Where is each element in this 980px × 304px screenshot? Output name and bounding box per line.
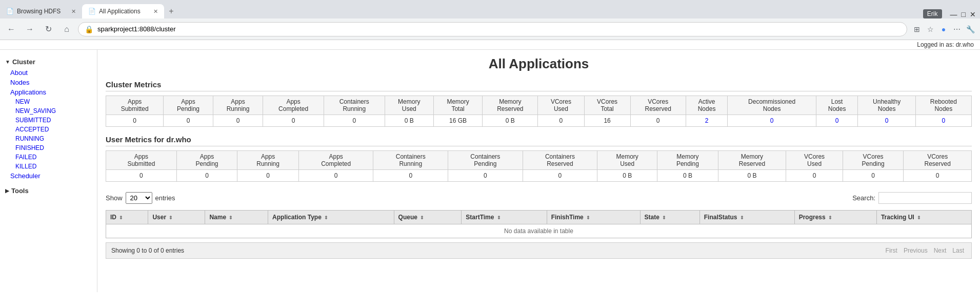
- user-metric-header: ContainersReserved: [523, 151, 597, 170]
- cluster-metric-header: AppsCompleted: [263, 96, 324, 115]
- close-button[interactable]: ✕: [970, 10, 976, 18]
- sidebar-running-link[interactable]: RUNNING: [0, 134, 97, 143]
- previous-button[interactable]: Previous: [902, 246, 930, 255]
- app-table-header[interactable]: Progress ⇕: [794, 211, 876, 224]
- metric-link[interactable]: 0: [770, 117, 774, 124]
- user-metric-value: 0: [373, 170, 448, 182]
- user-metric-header: MemoryPending: [657, 151, 718, 170]
- metric-link[interactable]: 0: [942, 117, 946, 124]
- sort-icon: ⇕: [586, 215, 590, 220]
- sidebar-about-link[interactable]: About: [0, 68, 97, 78]
- main-content: All Applications Cluster Metrics AppsSub…: [97, 50, 980, 292]
- cluster-metric-value: 0: [213, 115, 263, 127]
- user-metric-header: ContainersRunning: [373, 151, 448, 170]
- sort-icon: ⇕: [497, 215, 501, 220]
- sidebar-tools-label: Tools: [11, 187, 29, 195]
- user-metric-header: AppsCompleted: [298, 151, 373, 170]
- cluster-metric-header: UnhealthyNodes: [858, 96, 915, 115]
- back-button[interactable]: ←: [4, 22, 18, 36]
- sidebar-finished-link[interactable]: FINISHED: [0, 143, 97, 153]
- metric-link[interactable]: 2: [705, 117, 709, 124]
- sidebar-new-saving-link[interactable]: NEW_SAVING: [0, 106, 97, 116]
- next-button[interactable]: Next: [932, 246, 949, 255]
- sidebar-applications-link[interactable]: Applications: [0, 87, 97, 97]
- search-label: Search:: [852, 194, 875, 202]
- cluster-metric-header: MemoryUsed: [385, 96, 433, 115]
- app-table-header[interactable]: FinalStatus ⇕: [699, 211, 794, 224]
- table-footer: Showing 0 to 0 of 0 entries First Previo…: [106, 242, 972, 259]
- user-metric-value: 0: [176, 170, 237, 182]
- sidebar-new-link[interactable]: NEW: [0, 97, 97, 106]
- tab-close-2[interactable]: ✕: [153, 8, 158, 15]
- user-metric-header: AppsSubmitted: [106, 151, 177, 170]
- cluster-metric-header: DecommissionedNodes: [728, 96, 816, 115]
- user-metric-header: MemoryUsed: [597, 151, 657, 170]
- app-table-header[interactable]: ID ⇕: [106, 211, 148, 224]
- user-metric-value: 0: [298, 170, 373, 182]
- tab-browsing-hdfs[interactable]: 📄 Browsing HDFS ✕: [0, 4, 82, 18]
- home-button[interactable]: ⌂: [59, 22, 74, 36]
- toolbar-right: ⊞ ☆ ● ⋯ 🔧: [911, 24, 976, 35]
- user-metric-value: 0 B: [597, 170, 657, 182]
- show-label: Show: [106, 194, 123, 202]
- app-table-header[interactable]: State ⇕: [640, 211, 699, 224]
- sort-icon: ⇕: [828, 215, 832, 220]
- reload-button[interactable]: ↻: [41, 22, 55, 36]
- last-button[interactable]: Last: [950, 246, 966, 255]
- footer-showing: Showing 0 to 0 of 0 entries: [111, 247, 184, 254]
- sidebar-submitted-link[interactable]: SUBMITTED: [0, 116, 97, 125]
- tab-all-applications[interactable]: 📄 All Applications ✕: [82, 4, 164, 18]
- address-bar: 🔒: [78, 22, 907, 36]
- chrome-icon[interactable]: ●: [938, 24, 949, 35]
- sidebar-failed-link[interactable]: FAILED: [0, 153, 97, 162]
- app-table-header[interactable]: User ⇕: [148, 211, 205, 224]
- tab-label-2: All Applications: [99, 8, 141, 15]
- extension-icon[interactable]: 🔧: [965, 24, 976, 35]
- sort-icon: ⇕: [229, 215, 233, 220]
- app-table-header[interactable]: Application Type ⇕: [268, 211, 394, 224]
- browser-chrome: 📄 Browsing HDFS ✕ 📄 All Applications ✕ +…: [0, 0, 980, 40]
- new-tab-button[interactable]: +: [164, 4, 178, 18]
- cluster-metric-header: VCoresUsed: [538, 96, 584, 115]
- user-metric-header: AppsPending: [176, 151, 237, 170]
- user-metric-value: 0: [523, 170, 597, 182]
- sidebar-tools-header[interactable]: ▶ Tools: [0, 185, 97, 197]
- translate-icon[interactable]: ⊞: [911, 24, 923, 35]
- cluster-metric-value: 0 B: [385, 115, 433, 127]
- address-input[interactable]: [97, 25, 901, 33]
- bookmark-icon[interactable]: ☆: [925, 24, 936, 35]
- sidebar-cluster-header[interactable]: ▼ Cluster: [0, 56, 97, 68]
- app-table-header[interactable]: Tracking UI ⇕: [876, 211, 971, 224]
- search-input[interactable]: [878, 192, 972, 204]
- sort-icon: ⇕: [324, 215, 328, 220]
- maximize-button[interactable]: □: [962, 10, 966, 18]
- sidebar-cluster-label: Cluster: [12, 58, 35, 66]
- cluster-metric-header: ContainersRunning: [324, 96, 385, 115]
- tab-close-1[interactable]: ✕: [71, 8, 76, 15]
- app-table-header[interactable]: Name ⇕: [205, 211, 268, 224]
- cluster-metric-value: 0: [106, 115, 164, 127]
- forward-button[interactable]: →: [23, 22, 37, 36]
- sidebar-nodes-link[interactable]: Nodes: [0, 78, 97, 87]
- cluster-metric-value: 0: [263, 115, 324, 127]
- search-area: Search:: [852, 192, 972, 204]
- user-metric-value: 0 B: [718, 170, 786, 182]
- cluster-metric-value: 16: [584, 115, 630, 127]
- sidebar-scheduler-link[interactable]: Scheduler: [0, 171, 97, 181]
- show-entries: Show 10202550100 entries: [106, 192, 175, 204]
- user-metric-value: 0: [448, 170, 523, 182]
- more-icon[interactable]: ⋯: [951, 24, 963, 35]
- sort-icon: ⇕: [119, 215, 123, 220]
- minimize-button[interactable]: —: [950, 10, 957, 18]
- metric-link[interactable]: 0: [835, 117, 839, 124]
- app-table-header[interactable]: Queue ⇕: [394, 211, 462, 224]
- sidebar-accepted-link[interactable]: ACCEPTED: [0, 125, 97, 134]
- sidebar-killed-link[interactable]: KILLED: [0, 162, 97, 171]
- entries-select[interactable]: 10202550100: [126, 192, 152, 204]
- page-wrapper: ▼ Cluster About Nodes Applications NEW N…: [0, 50, 980, 292]
- metric-link[interactable]: 0: [885, 117, 889, 124]
- first-button[interactable]: First: [884, 246, 899, 255]
- table-controls: Show 10202550100 entries Search:: [106, 190, 972, 206]
- app-table-header[interactable]: StartTime ⇕: [462, 211, 547, 224]
- app-table-header[interactable]: FinishTime ⇕: [547, 211, 640, 224]
